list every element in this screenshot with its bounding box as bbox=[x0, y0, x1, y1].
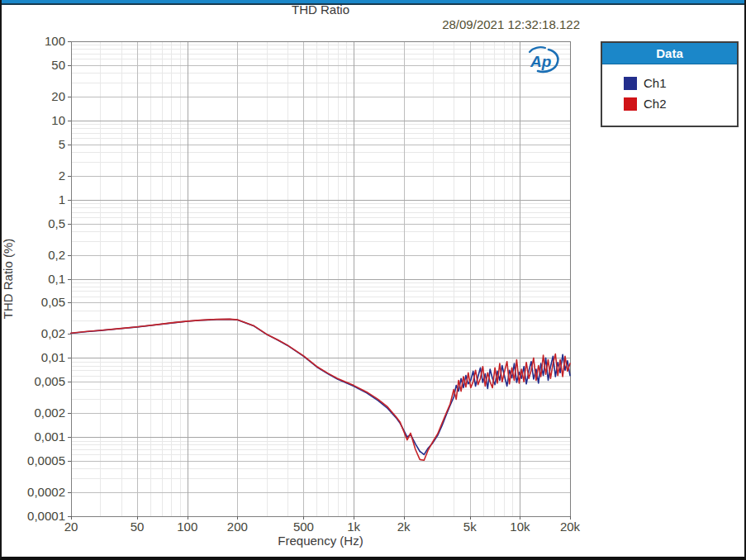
ap-logo-text: Ap bbox=[530, 53, 551, 70]
y-tick-label: 0,01 bbox=[41, 350, 65, 364]
y-tick-label: 0,2 bbox=[48, 248, 65, 262]
x-tick-label: 5k bbox=[463, 520, 477, 534]
y-tick-label: 10 bbox=[51, 113, 65, 127]
x-tick-label: 200 bbox=[227, 520, 248, 534]
x-tick-label: 20k bbox=[560, 520, 581, 534]
x-tick-label: 500 bbox=[293, 520, 314, 534]
measurement-timestamp: 28/09/2021 12:32:18.122 bbox=[322, 17, 580, 31]
y-tick-label: 1 bbox=[59, 192, 65, 206]
y-tick-label: 5 bbox=[59, 137, 65, 151]
y-tick-label: 0,02 bbox=[41, 326, 65, 340]
y-tick-label: 0,002 bbox=[34, 406, 65, 420]
x-tick-label: 50 bbox=[131, 520, 145, 534]
y-tick-label: 0,05 bbox=[41, 295, 65, 309]
ch2-color-swatch bbox=[624, 97, 637, 111]
y-tick-label: 0,0005 bbox=[27, 453, 65, 467]
y-tick-label: 20 bbox=[51, 89, 65, 103]
ch2-label: Ch2 bbox=[644, 97, 667, 111]
x-tick-label: 100 bbox=[177, 520, 197, 534]
ch1-label: Ch1 bbox=[644, 76, 667, 90]
y-tick-label: 2 bbox=[59, 168, 65, 183]
x-tick-label: 20 bbox=[64, 520, 78, 534]
y-tick-label: 0,0002 bbox=[27, 485, 65, 499]
y-tick-label: 0,005 bbox=[34, 374, 65, 388]
audio-precision-logo-icon: Ap bbox=[523, 45, 563, 77]
legend-entry-ch1: Ch1 bbox=[624, 76, 732, 90]
legend-header: Data bbox=[602, 43, 737, 64]
y-tick-label: 0,001 bbox=[34, 429, 65, 444]
plot-area[interactable] bbox=[71, 41, 570, 516]
x-tick-label: 2k bbox=[397, 520, 411, 534]
legend-entry-ch2: Ch2 bbox=[624, 97, 732, 111]
data-legend-panel: Data Ch1 Ch2 bbox=[601, 41, 739, 127]
y-tick-label: 0,1 bbox=[48, 272, 65, 286]
chart-title: THD Ratio bbox=[71, 2, 570, 17]
x-axis-title: Frequency (Hz) bbox=[278, 534, 363, 548]
x-tick-label: 10k bbox=[510, 520, 530, 534]
legend-body: Ch1 Ch2 bbox=[602, 64, 737, 126]
y-tick-label: 0,5 bbox=[48, 216, 65, 230]
y-tick-label: 0,0001 bbox=[27, 509, 65, 523]
y-axis-title: THD Ratio (%) bbox=[1, 239, 15, 320]
y-tick-label: 50 bbox=[51, 58, 65, 72]
x-tick-label: 1k bbox=[347, 520, 360, 534]
ch1-color-swatch bbox=[624, 77, 637, 90]
y-tick-label: 100 bbox=[45, 34, 65, 48]
